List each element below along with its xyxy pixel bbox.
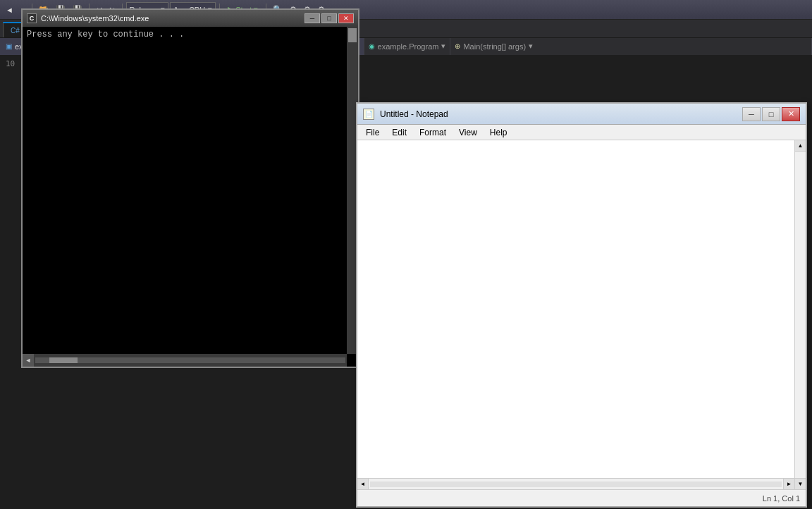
notepad-content-area[interactable]: ▲ ▼ <box>357 140 806 489</box>
notepad-close-button[interactable]: ✕ <box>782 107 800 121</box>
cmd-horizontal-scrollbar[interactable]: ◄ <box>23 354 347 367</box>
notepad-menubar: File Edit Format View Help <box>357 125 806 140</box>
notepad-hscroll-track <box>370 482 782 487</box>
notepad-vscroll-up-button[interactable]: ▲ <box>795 140 806 152</box>
class-dropdown[interactable]: ◉ example.Program ▾ <box>364 38 451 55</box>
cmd-hscroll-track <box>35 357 345 363</box>
cmd-hscroll-left-button[interactable]: ◄ <box>23 354 34 367</box>
notepad-horizontal-scrollbar[interactable]: ◄ ► <box>357 478 794 489</box>
back-button[interactable]: ◄ <box>3 2 16 18</box>
class-arrow: ▾ <box>441 42 445 51</box>
class-icon: ◉ <box>369 42 375 50</box>
method-icon: ⊕ <box>455 42 460 50</box>
cmd-icon: C <box>27 13 37 23</box>
notepad-icon-glyph: 📄 <box>365 111 373 118</box>
cmd-content[interactable]: Press any key to continue . . . <box>23 27 358 354</box>
cmd-scrollbar-thumb <box>348 28 357 42</box>
notepad-textarea[interactable] <box>357 140 794 489</box>
cmd-output-text: Press any key to continue . . . <box>27 30 184 39</box>
cmd-hscroll-thumb <box>49 357 78 363</box>
cmd-maximize-button[interactable]: □ <box>321 13 337 23</box>
namespace-icon: ▣ <box>6 42 12 50</box>
method-label: Main(string[] args) <box>463 42 526 51</box>
cmd-window: C C:\Windows\system32\cmd.exe ─ □ ✕ Pres… <box>21 8 359 368</box>
cmd-minimize-button[interactable]: ─ <box>304 13 320 23</box>
notepad-vscroll-down-button[interactable]: ▼ <box>795 478 806 489</box>
cmd-icon-text: C <box>30 15 35 22</box>
notepad-menu-format[interactable]: Format <box>414 126 452 139</box>
notepad-menu-view[interactable]: View <box>453 126 483 139</box>
notepad-menu-edit[interactable]: Edit <box>386 126 412 139</box>
notepad-hscroll-right-button[interactable]: ► <box>783 479 794 490</box>
method-dropdown[interactable]: ⊕ Main(string[] args) ▾ <box>450 38 812 55</box>
notepad-vertical-scrollbar[interactable]: ▲ ▼ <box>794 140 806 489</box>
notepad-hscroll-left-button[interactable]: ◄ <box>357 479 369 490</box>
cmd-close-button[interactable]: ✕ <box>338 13 354 23</box>
notepad-maximize-button[interactable]: □ <box>762 107 780 121</box>
notepad-statusbar: Ln 1, Col 1 <box>357 489 806 506</box>
notepad-window: 📄 Untitled - Notepad ─ □ ✕ File Edit For… <box>356 102 807 508</box>
notepad-minimize-button[interactable]: ─ <box>742 107 761 121</box>
notepad-menu-help[interactable]: Help <box>484 126 513 139</box>
notepad-cursor-position: Ln 1, Col 1 <box>763 494 800 503</box>
notepad-icon: 📄 <box>363 109 374 120</box>
notepad-title: Untitled - Notepad <box>380 109 737 119</box>
cmd-title: C:\Windows\system32\cmd.exe <box>41 14 300 23</box>
class-label: example.Program <box>378 42 439 51</box>
notepad-window-controls: ─ □ ✕ <box>742 107 800 121</box>
notepad-menu-file[interactable]: File <box>360 126 385 139</box>
tab-cs-icon: C# <box>11 27 20 35</box>
cmd-window-controls: ─ □ ✕ <box>304 13 354 23</box>
line-number-10: 10 <box>3 59 15 68</box>
cmd-titlebar: C C:\Windows\system32\cmd.exe ─ □ ✕ <box>23 10 358 27</box>
method-arrow: ▾ <box>529 42 533 51</box>
notepad-titlebar: 📄 Untitled - Notepad ─ □ ✕ <box>357 104 806 125</box>
